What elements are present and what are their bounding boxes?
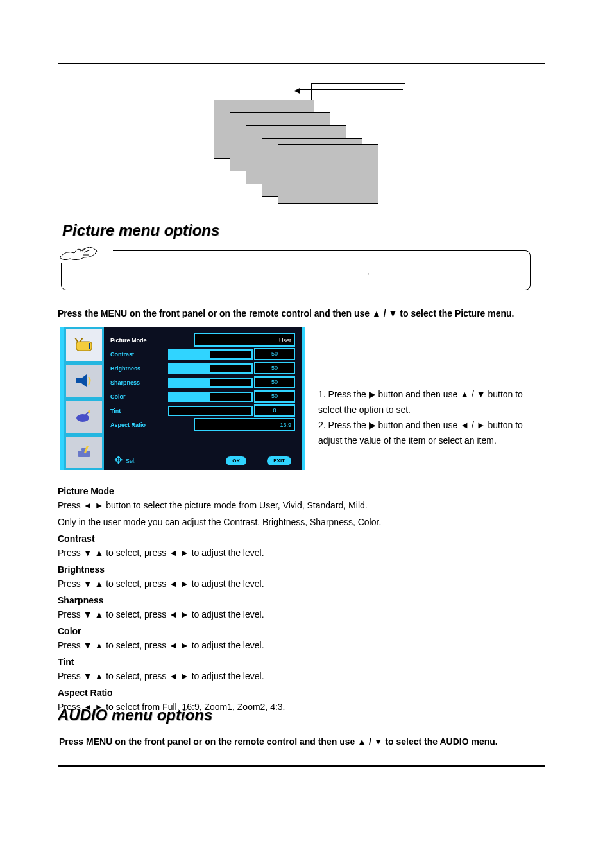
osd-slider-value: 50 — [254, 362, 295, 374]
dish-icon — [74, 409, 94, 424]
osd-slider-value: 0 — [254, 404, 295, 417]
osd-tab-audio[interactable] — [64, 363, 104, 399]
diagram-rect-5 — [278, 144, 378, 204]
osd-row-brightness[interactable]: Brightness 50 — [110, 362, 295, 374]
osd-tab-setup[interactable] — [64, 435, 104, 471]
tv-icon — [74, 338, 94, 353]
osd-slider[interactable]: 50 — [168, 377, 295, 388]
speaker-icon — [74, 373, 94, 388]
osd-label: Picture Mode — [110, 337, 168, 343]
opt-title-tint: Tint — [58, 655, 381, 669]
osd-slider-value: 50 — [254, 348, 295, 360]
osd-label: Aspect Ratio — [110, 422, 168, 428]
opt-title-contrast: Contrast — [58, 532, 381, 546]
opt-title-aspect-ratio: Aspect Ratio — [58, 686, 381, 700]
osd-bottom-hint: ✥ Sel. OK EXIT — [104, 455, 302, 467]
osd-row-aspect-ratio[interactable]: Aspect Ratio 16:9 — [110, 419, 295, 431]
hand-pointing-icon — [58, 243, 110, 263]
note-box: , — [61, 250, 531, 290]
opt-desc-color: Press ▼ ▲ to select, press ◄ ► to adjust… — [58, 638, 381, 652]
osd-slider-value: 50 — [254, 376, 295, 388]
heading-picture-menu: Picture menu options — [62, 221, 219, 239]
instruction-audio-press: Press MENU on the front panel or on the … — [59, 736, 498, 747]
opt-desc-contrast: Press ▼ ▲ to select, press ◄ ► to adjust… — [58, 546, 381, 560]
osd-row-picture-mode[interactable]: Picture Mode User — [110, 334, 295, 346]
osd-tab-channel[interactable] — [64, 399, 104, 435]
osd-panel: Picture Mode User Contrast 50 Brightness — [60, 327, 305, 470]
osd-row-tint[interactable]: Tint 0 — [110, 404, 295, 417]
opt-title-sharpness: Sharpness — [58, 593, 381, 607]
top-rule — [58, 63, 545, 64]
opt-desc-brightness: Press ▼ ▲ to select, press ◄ ► to adjust… — [58, 577, 381, 591]
osd-slider[interactable]: 50 — [168, 349, 295, 360]
opt-note-picture-mode: Only in the user mode you can adjust the… — [58, 515, 381, 529]
side-step-2b: adjust the value of the item or select a… — [318, 433, 536, 448]
opt-desc-sharpness: Press ▼ ▲ to select, press ◄ ► to adjust… — [58, 607, 381, 621]
osd-slider[interactable]: 50 — [168, 363, 295, 374]
osd-body: Picture Mode User Contrast 50 Brightness — [104, 327, 302, 470]
diagram-arrow-left-icon: ◄ — [292, 85, 302, 96]
instruction-picture-press: Press the MENU on the front panel or on … — [58, 308, 514, 318]
nav-arrows-icon: ✥ — [113, 456, 123, 466]
opt-title-color: Color — [58, 624, 381, 638]
osd-label: Tint — [110, 408, 168, 414]
opt-title-picture-mode: Picture Mode — [58, 484, 381, 498]
osd-slider[interactable]: 0 — [168, 405, 295, 416]
heading-audio-menu: AUDIO menu options — [58, 706, 212, 724]
osd-exit-button[interactable]: EXIT — [267, 456, 291, 465]
osd-row-sharpness[interactable]: Sharpness 50 — [110, 376, 295, 388]
note-text: , — [367, 267, 369, 276]
osd-value: 16:9 — [194, 418, 295, 431]
svg-point-7 — [88, 410, 90, 413]
side-instructions: 1. Press the ▶ button and then use ▲ / ▼… — [318, 327, 536, 448]
osd-label: Sharpness — [110, 379, 168, 386]
svg-line-2 — [80, 338, 83, 342]
side-step-1a: 1. Press the ▶ button and then use ▲ / ▼… — [318, 386, 536, 402]
osd-label: Color — [110, 394, 168, 400]
opt-desc-picture-mode: Press ◄ ► button to select the picture m… — [58, 498, 381, 512]
osd-bottom-sel: Sel. — [126, 458, 136, 464]
osd-tab-column — [64, 327, 104, 470]
opt-title-brightness: Brightness — [58, 562, 381, 577]
osd-slider[interactable]: 50 — [168, 391, 295, 402]
osd-label: Contrast — [110, 351, 168, 358]
osd-slider-value: 50 — [254, 390, 295, 403]
svg-rect-8 — [78, 451, 90, 457]
osd-ok-button[interactable]: OK — [226, 456, 246, 465]
svg-rect-3 — [89, 343, 90, 349]
option-descriptions: Picture Mode Press ◄ ► button to select … — [58, 482, 381, 716]
svg-marker-4 — [76, 374, 87, 387]
osd-row-color[interactable]: Color 50 — [110, 390, 295, 403]
diagram-line — [300, 89, 403, 90]
toolbox-icon — [74, 444, 94, 460]
side-step-1b: select the option to set. — [318, 402, 536, 417]
side-step-2a: 2. Press the ▶ button and then use ◄ / ►… — [318, 417, 536, 433]
osd-value: User — [194, 333, 295, 347]
bottom-rule — [58, 765, 545, 767]
osd-row-contrast[interactable]: Contrast 50 — [110, 348, 295, 360]
opt-desc-tint: Press ▼ ▲ to select, press ◄ ► to adjust… — [58, 669, 381, 683]
svg-line-1 — [75, 338, 78, 342]
osd-label: Brightness — [110, 365, 168, 372]
osd-tab-picture[interactable] — [64, 327, 104, 363]
